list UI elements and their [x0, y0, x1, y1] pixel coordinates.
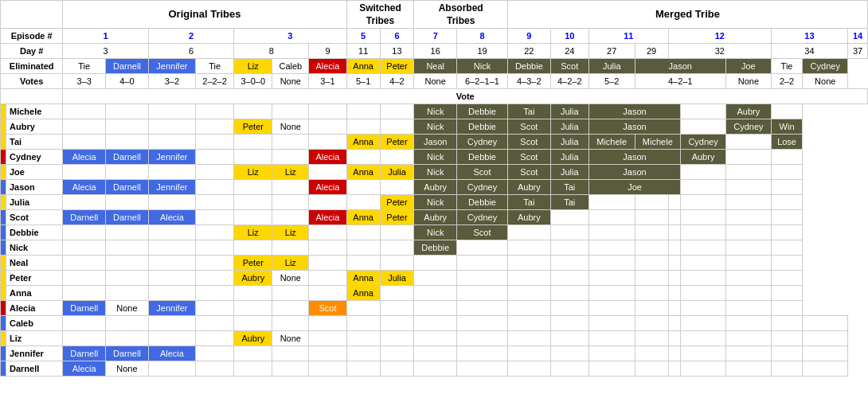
- v-ne-elim: [414, 256, 457, 271]
- v-an-elim5: [550, 286, 588, 301]
- v-l-none: None: [272, 331, 309, 346]
- voter-tai: Tai: [6, 135, 63, 150]
- v-ja-8: [346, 180, 380, 195]
- elim-joe: Joe: [725, 59, 771, 74]
- v-c-elim8: [588, 316, 635, 331]
- voter-row-jason: Jason Alecia Darnell Jennifer Alecia Aub…: [1, 180, 868, 195]
- v-t-scot2: Scot: [507, 135, 550, 150]
- v-dar-elim15: [681, 361, 726, 377]
- v-t-1: [63, 135, 106, 150]
- v-an-5: [234, 286, 272, 301]
- v-l-elim13: [771, 331, 803, 346]
- v-p-elim3: [507, 271, 550, 286]
- elim-julia: Julia: [588, 59, 635, 74]
- v-al-scot7: Scot: [309, 301, 346, 316]
- v-d-2: [106, 225, 149, 240]
- corner-cell: [1, 1, 63, 29]
- v-p-julia7: Julia: [380, 271, 414, 286]
- voter-scot: Scot: [6, 210, 63, 225]
- v-dar-elim6: [346, 361, 380, 377]
- v-a-nick2: Nick: [414, 119, 457, 135]
- v-n-elim2: [507, 240, 550, 256]
- v-ja-4: [195, 180, 233, 195]
- v-l-1: [63, 331, 106, 346]
- v-dar-alecia8: Alecia: [63, 361, 106, 377]
- voter-row-michele: Michele Nick Debbie Tai Julia Jason Aubr…: [1, 104, 868, 119]
- v-ja-5: [234, 180, 272, 195]
- v-al-darnell5: Darnell: [63, 301, 106, 316]
- v-ja-aubry4: Aubry: [507, 180, 550, 195]
- v-j-7: [309, 165, 346, 180]
- ep7: 7: [414, 29, 457, 44]
- v-m-3: [148, 104, 195, 119]
- v-p-elim9: [725, 271, 771, 286]
- v-cy-alecia2: Alecia: [309, 150, 346, 165]
- v-m-debbie: Debbie: [457, 104, 508, 119]
- v-c-5: [234, 316, 272, 331]
- v-d-elim4: [635, 225, 668, 240]
- v-al-elim7: [588, 301, 635, 316]
- voter-alecia: Alecia: [6, 301, 63, 316]
- tribe-color-jennifer: [1, 346, 6, 361]
- vote-none1: None: [272, 74, 309, 89]
- v-an-elim3: [457, 286, 508, 301]
- day34: 34: [771, 44, 847, 59]
- voter-row-neal: Neal Peter Liz: [1, 256, 868, 271]
- v-cy-6: [272, 150, 309, 165]
- v-an-elim9: [681, 286, 726, 301]
- v-j-anna2: Anna: [346, 165, 380, 180]
- v-ju-elim5: [725, 195, 771, 210]
- v-jen-elim17: [803, 346, 848, 361]
- v-l-elim5: [457, 331, 508, 346]
- v-al-elim6: [550, 301, 588, 316]
- episode-label: Episode #: [1, 29, 63, 44]
- ep1: 1: [63, 29, 148, 44]
- day9: 9: [309, 44, 346, 59]
- v-jen-alecia7: Alecia: [148, 346, 195, 361]
- v-l-4: [195, 331, 233, 346]
- v-s-elim: [550, 210, 588, 225]
- v-s-cydney5: Cydney: [457, 210, 508, 225]
- v-ja-alecia4: Alecia: [309, 180, 346, 195]
- v-s-4: [195, 210, 233, 225]
- v-ja-elim2: [725, 180, 771, 195]
- v-l-aubry8: Aubry: [234, 331, 272, 346]
- tribe-color-darnell: [1, 361, 6, 377]
- v-ju-tai3: Tai: [507, 195, 550, 210]
- v-dar-elim8: [414, 361, 457, 377]
- day8: 8: [234, 44, 309, 59]
- v-d-4: [195, 225, 233, 240]
- day22: 22: [507, 44, 550, 59]
- v-l-elim14: [803, 331, 848, 346]
- v-c-elim9: [635, 316, 668, 331]
- v-n-elim5: [635, 240, 668, 256]
- voter-cydney: Cydney: [6, 150, 63, 165]
- v-jen-elim4: [309, 346, 346, 361]
- v-d-8: [346, 225, 380, 240]
- v-cy-elim2: [771, 150, 803, 165]
- voter-debbie: Debbie: [6, 225, 63, 240]
- v-t-cydney2: Cydney: [457, 135, 508, 150]
- v-ja-tai2: Tai: [550, 180, 588, 195]
- v-ju-elim4: [681, 195, 726, 210]
- v-al-5: [234, 301, 272, 316]
- v-ju-6: [272, 195, 309, 210]
- v-p-elim6: [635, 271, 668, 286]
- vote-none4: None: [803, 74, 848, 89]
- v-al-elim2: [380, 301, 414, 316]
- v-dar-elim: [148, 361, 195, 377]
- v-ju-3: [148, 195, 195, 210]
- v-p-2: [106, 271, 149, 286]
- v-cy-9: [380, 150, 414, 165]
- v-j-jason5: Jason: [588, 165, 680, 180]
- tribe-color-caleb: [1, 316, 6, 331]
- voter-joe: Joe: [6, 165, 63, 180]
- v-cy-5: [234, 150, 272, 165]
- v-a-4: [195, 119, 233, 135]
- v-al-elim3: [414, 301, 457, 316]
- v-c-elim7: [550, 316, 588, 331]
- v-ne-elim2: [457, 256, 508, 271]
- voter-row-debbie: Debbie Liz Liz Nick Scot: [1, 225, 868, 240]
- v-dar-elim5: [309, 361, 346, 377]
- elim-neal: Neal: [414, 59, 457, 74]
